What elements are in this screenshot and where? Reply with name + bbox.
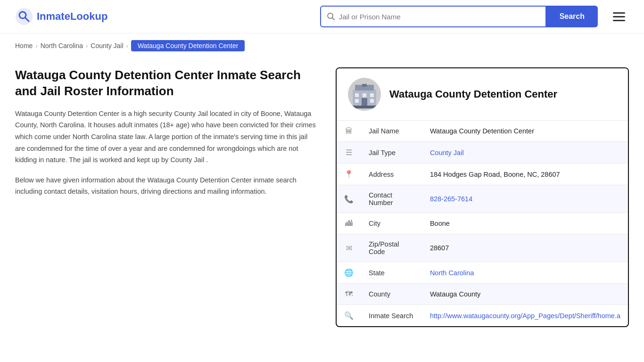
table-row: ☰Jail TypeCounty Jail [337,142,628,164]
row-icon: 🔍 [344,312,354,320]
table-row: ✉Zip/Postal Code28607 [337,234,628,262]
facility-card: Watauga County Detention Center 🏛Jail Na… [336,67,629,327]
hamburger-line1 [613,12,625,14]
breadcrumb-home[interactable]: Home [15,42,33,49]
left-content: Watauga County Detention Center Inmate S… [15,67,317,197]
row-icon-cell: 📍 [337,164,361,185]
card-header: Watauga County Detention Center [337,68,628,120]
breadcrumb-current: Watauga County Detention Center [131,40,245,51]
table-row: 🌐StateNorth Carolina [337,262,628,284]
row-link[interactable]: County Jail [430,149,464,156]
row-icon-cell: 🏙 [337,213,361,234]
search-box [320,6,546,27]
svg-rect-10 [370,93,374,97]
row-label: Inmate Search [361,305,422,327]
row-icon-cell: ☰ [337,142,361,164]
table-row: 🗺CountyWatauga County [337,284,628,305]
row-icon: 📍 [344,170,354,178]
row-value: Watauga County Detention Center [422,121,628,142]
info-table: 🏛Jail NameWatauga County Detention Cente… [337,120,628,326]
row-label: Zip/Postal Code [361,234,422,262]
page-description-2: Below we have given information about th… [15,174,317,197]
breadcrumb-type[interactable]: County Jail [91,42,123,49]
row-icon: ☰ [346,148,352,156]
row-icon: 📞 [344,195,354,203]
table-row: 🏙CityBoone [337,213,628,234]
svg-rect-11 [355,99,359,103]
row-icon: 🌐 [344,269,354,277]
table-row: 📞Contact Number828-265-7614 [337,185,628,213]
search-button[interactable]: Search [546,6,598,27]
breadcrumb-sep3: › [126,42,128,49]
facility-card-title: Watauga County Detention Center [389,88,557,100]
row-label: Address [361,164,422,185]
row-value[interactable]: North Carolina [422,262,628,284]
search-icon [327,12,335,21]
table-row: 🔍Inmate Searchhttp://www.wataugacounty.o… [337,305,628,327]
row-value: Boone [422,213,628,234]
breadcrumb-sep2: › [86,42,88,49]
header: InmateLookup Search [0,0,644,33]
row-icon-cell: ✉ [337,234,361,262]
row-icon-cell: 🔍 [337,305,361,327]
row-link[interactable]: 828-265-7614 [430,195,472,203]
page-description-1: Watauga County Detention Center is a hig… [15,108,317,166]
row-icon: 🏛 [345,127,353,135]
svg-point-0 [16,8,33,25]
breadcrumb-sep1: › [35,42,37,49]
page-title: Watauga County Detention Center Inmate S… [15,67,317,99]
row-icon: ✉ [346,244,352,252]
row-icon-cell: 📞 [337,185,361,213]
logo[interactable]: InmateLookup [15,8,107,25]
row-value[interactable]: http://www.wataugacounty.org/App_Pages/D… [422,305,628,327]
row-icon-cell: 🌐 [337,262,361,284]
logo-text: InmateLookup [37,10,107,23]
svg-rect-9 [363,93,366,97]
row-label: City [361,213,422,234]
row-value: Watauga County [422,284,628,305]
row-icon-cell: 🏛 [337,121,361,142]
svg-rect-7 [362,84,367,87]
facility-image [348,78,381,111]
main-layout: Watauga County Detention Center Inmate S… [0,58,644,346]
row-value[interactable]: County Jail [422,142,628,164]
menu-button[interactable] [609,8,629,25]
svg-rect-12 [370,99,374,103]
row-value: 184 Hodges Gap Road, Boone, NC, 28607 [422,164,628,185]
svg-rect-13 [362,98,367,106]
breadcrumb-state[interactable]: North Carolina [41,42,83,49]
row-label: Jail Name [361,121,422,142]
breadcrumb: Home › North Carolina › County Jail › Wa… [0,33,644,58]
row-icon-cell: 🗺 [337,284,361,305]
row-icon: 🗺 [345,290,353,298]
row-link[interactable]: http://www.wataugacounty.org/App_Pages/D… [430,312,620,320]
row-label: State [361,262,422,284]
svg-rect-8 [355,93,359,97]
logo-icon [15,8,33,25]
hamburger-line3 [613,20,625,21]
row-label: County [361,284,422,305]
table-row: 🏛Jail NameWatauga County Detention Cente… [337,121,628,142]
search-area: Search [320,6,629,27]
hamburger-line2 [613,16,625,17]
row-value: 28607 [422,234,628,262]
facility-building-icon [350,80,379,108]
table-row: 📍Address184 Hodges Gap Road, Boone, NC, … [337,164,628,185]
row-icon: 🏙 [345,219,353,227]
row-value[interactable]: 828-265-7614 [422,185,628,213]
svg-line-4 [332,18,334,20]
svg-rect-14 [350,106,379,108]
row-link[interactable]: North Carolina [430,269,474,277]
row-label: Jail Type [361,142,422,164]
row-label: Contact Number [361,185,422,213]
search-input[interactable] [339,13,540,21]
